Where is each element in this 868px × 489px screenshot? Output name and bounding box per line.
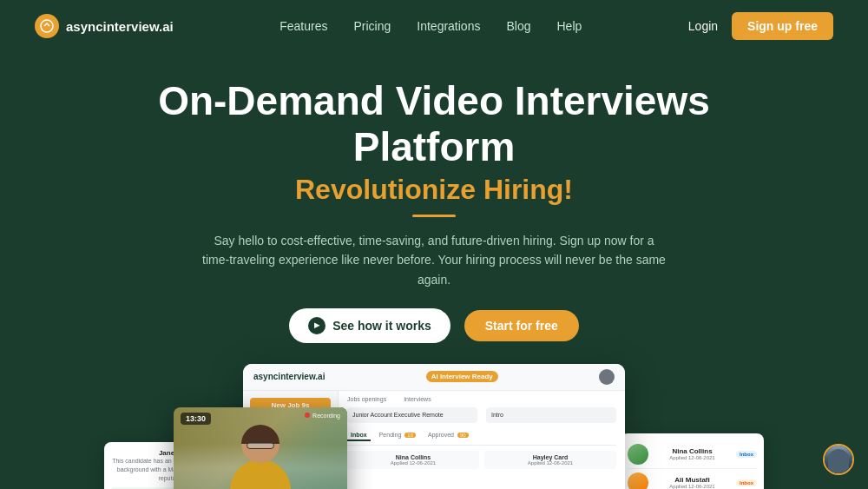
- svg-point-0: [41, 20, 53, 32]
- interview-select[interactable]: Intro: [486, 407, 616, 423]
- hero-buttons: ▶ See how it works Start for free: [289, 308, 579, 343]
- candidate-2-name: Hayley Card: [490, 454, 611, 460]
- rp-badge-2: Inbox: [736, 479, 757, 486]
- candidate-card-2[interactable]: Hayley Card Applied 12-06-2021: [484, 451, 616, 469]
- rp-candidate-1-name: Nina Collins: [654, 447, 731, 455]
- rp-candidate-2-name: Ali Mustafi: [654, 476, 731, 484]
- candidate-cards: Nina Collins Applied 12-06-2021 Hayley C…: [347, 451, 616, 469]
- how-it-works-button[interactable]: ▶ See how it works: [289, 308, 450, 343]
- video-card: 13:30 Recording: [174, 407, 347, 489]
- interviews-label: Interviews: [404, 396, 431, 402]
- right-panel-candidate-1[interactable]: Nina Collins Applied 12-06-2021 Inbox: [628, 440, 757, 469]
- dash-tabs: Inbox Pending 10 Approved 90: [347, 430, 616, 446]
- rp-badge-1: Inbox: [736, 451, 757, 458]
- avatar-figure: [828, 449, 849, 473]
- candidate-1-name: Nina Collins: [352, 454, 474, 460]
- dash-avatar: [599, 369, 615, 385]
- candidate-1-avatar: [628, 444, 648, 465]
- dash-badge: AI Interview Ready: [426, 371, 498, 382]
- dashboard-content: Jobs openings Interviews Junior Account …: [339, 391, 625, 489]
- nav-links: Features Pricing Integrations Blog Help: [279, 19, 582, 33]
- video-recording-indicator: Recording: [305, 413, 340, 419]
- candidate-1-sub: Applied 12-06-2021: [352, 460, 474, 466]
- right-panel-candidate-2[interactable]: Ali Mustafi Applied 12-06-2021 Inbox: [628, 469, 757, 489]
- nav-help[interactable]: Help: [556, 19, 582, 33]
- rp-candidate-2-sub: Applied 12-06-2021: [654, 484, 731, 489]
- start-free-button[interactable]: Start for free: [464, 310, 579, 341]
- recording-dot: [305, 413, 310, 418]
- signup-button[interactable]: Sign up free: [732, 12, 833, 40]
- avatar-inner: [825, 446, 852, 473]
- candidate-card-1[interactable]: Nina Collins Applied 12-06-2021: [347, 451, 479, 469]
- hero-title: On-Demand Video Interviews Platform: [130, 78, 738, 170]
- nav-actions: Login Sign up free: [688, 12, 833, 40]
- hero-description: Say hello to cost-effective, time-saving…: [200, 231, 668, 289]
- dash-labels: Jobs openings Interviews: [347, 396, 616, 402]
- nav-blog[interactable]: Blog: [506, 19, 530, 33]
- candidate-1-info: Nina Collins Applied 12-06-2021: [654, 447, 731, 460]
- nav-integrations[interactable]: Integrations: [417, 19, 480, 33]
- candidate-2-avatar: [628, 472, 648, 489]
- logo-text: asyncinterview.ai: [66, 19, 174, 34]
- right-candidates-panel: Nina Collins Applied 12-06-2021 Inbox Al…: [621, 433, 764, 489]
- video-timer: 13:30: [181, 413, 211, 425]
- nav-pricing[interactable]: Pricing: [353, 19, 391, 33]
- dash-input-row: Junior Account Executive Remote Intro: [347, 407, 616, 423]
- play-icon: ▶: [308, 317, 326, 334]
- hero-underline: [412, 215, 456, 217]
- dashboard-preview: Jane Lee This candidate has an impressiv…: [35, 364, 833, 489]
- rp-candidate-1-sub: Applied 12-06-2021: [654, 455, 731, 460]
- jobs-label: Jobs openings: [347, 396, 386, 402]
- logo-icon: [35, 14, 59, 38]
- job-select[interactable]: Junior Account Executive Remote: [347, 407, 477, 423]
- dashboard-header: asyncinterview.ai AI Interview Ready: [243, 364, 625, 391]
- candidate-2-sub: Applied 12-06-2021: [490, 460, 611, 466]
- login-button[interactable]: Login: [688, 19, 718, 33]
- video-inner: 13:30 Recording: [174, 407, 347, 489]
- candidate-2-info: Ali Mustafi Applied 12-06-2021: [654, 476, 731, 489]
- bottom-user-avatar[interactable]: [823, 444, 854, 475]
- nav-features[interactable]: Features: [279, 19, 327, 33]
- logo[interactable]: asyncinterview.ai: [35, 14, 174, 38]
- navbar: asyncinterview.ai Features Pricing Integ…: [0, 0, 868, 52]
- tab-inbox[interactable]: Inbox: [347, 430, 371, 441]
- dash-logo: asyncinterview.ai: [253, 372, 325, 381]
- hero-subtitle: Revolutionize Hiring!: [295, 174, 573, 206]
- tab-pending[interactable]: Pending 10: [376, 430, 419, 441]
- tab-approved[interactable]: Approved 90: [424, 430, 472, 441]
- hero-section: On-Demand Video Interviews Platform Revo…: [0, 52, 868, 489]
